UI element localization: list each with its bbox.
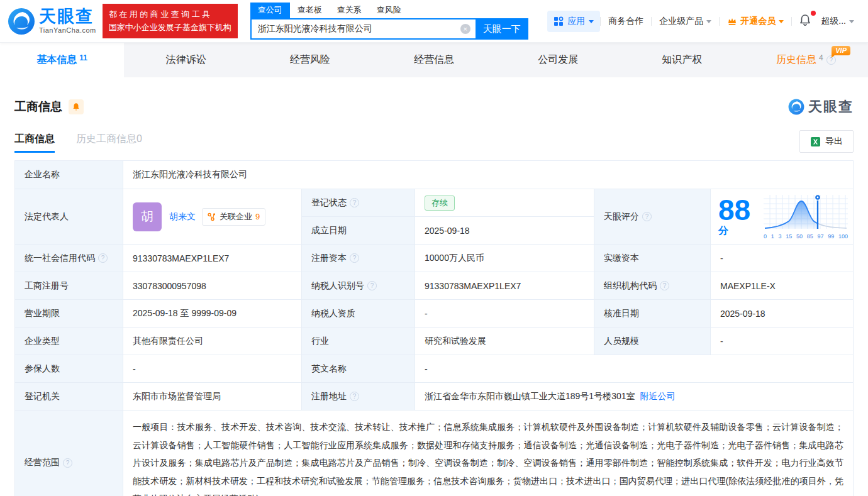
join-vip-menu[interactable]: 开通会员 <box>720 16 791 27</box>
legal-rep-avatar[interactable]: 胡 <box>133 202 162 231</box>
help-icon[interactable]: ? <box>350 253 359 263</box>
tab-company-development-label: 公司发展 <box>538 53 578 67</box>
bell-curve-chart <box>764 194 848 233</box>
business-scope-value: 一般项目：技术服务、技术开发、技术咨询、技术交流、技术转让、技术推广；信息系统集… <box>123 411 853 496</box>
reg-authority-label: 登记机关 <box>15 383 123 410</box>
legal-rep-label: 法定代表人 <box>15 189 123 244</box>
nearby-companies-link[interactable]: 附近公司 <box>640 391 676 402</box>
join-vip-label: 开通会员 <box>740 16 776 27</box>
caret-down-icon <box>706 20 711 23</box>
status-badge: 存续 <box>425 196 455 211</box>
approval-date-label: 核准日期 <box>594 300 711 327</box>
table-row-reg-number: 工商注册号 330783000957098 纳税人识别号 ? 91330783M… <box>15 272 853 300</box>
excel-icon <box>810 136 821 147</box>
taxpayer-quality-value: - <box>415 300 594 327</box>
org-code-value: MAEXP1LE-X <box>711 272 853 299</box>
notification-dot <box>811 11 816 16</box>
watermark-text: 天眼查 <box>808 97 854 116</box>
tab-history-info[interactable]: 历史信息 4 ? VIP <box>744 43 868 77</box>
help-icon[interactable]: ? <box>660 281 669 290</box>
score-unit: 分 <box>718 225 728 236</box>
help-icon[interactable]: ? <box>98 253 108 263</box>
taxpayer-id-label-cell: 纳税人识别号 ? <box>302 272 415 299</box>
tab-basic-info-label: 基本信息 <box>36 53 77 67</box>
insured-count-value: - <box>123 355 302 382</box>
tianyancha-logo[interactable]: 天眼查 TianYanCha.com <box>8 8 96 35</box>
notification-bell[interactable] <box>792 13 818 29</box>
reg-capital-label-cell: 注册资本 ? <box>302 245 415 272</box>
reg-address-text: 浙江省金华市东阳市巍山镇工业大道189号1号楼301室 <box>425 391 635 402</box>
caret-down-icon <box>779 20 784 23</box>
network-icon <box>208 212 216 221</box>
business-term-label: 营业期限 <box>15 300 123 327</box>
tab-legal-litigation-label: 法律诉讼 <box>166 53 206 67</box>
subtab-history-business-info[interactable]: 历史工商信息0 <box>76 133 142 153</box>
help-icon[interactable]: ? <box>350 392 359 401</box>
related-companies-label: 关联企业 <box>220 211 252 223</box>
business-term-value: 2025-09-18 至 9999-09-09 <box>123 300 302 327</box>
establish-date-label: 成立日期 <box>302 217 415 244</box>
help-icon[interactable]: ? <box>367 281 377 290</box>
reg-number-label: 工商注册号 <box>15 272 123 299</box>
credit-code-label-cell: 统一社会信用代码 ? <box>15 245 123 272</box>
business-coop-label: 商务合作 <box>608 16 643 27</box>
english-name-label: 英文名称 <box>302 355 415 382</box>
score-label: 天眼评分 <box>604 211 639 223</box>
legal-rep-name-link[interactable]: 胡来文 <box>169 211 196 223</box>
tab-intellectual-property[interactable]: 知识产权 <box>620 43 744 77</box>
account-menu[interactable]: 超级... <box>818 16 862 27</box>
insured-count-label: 参保人数 <box>15 355 123 382</box>
score-axis-labels: 0131550859799100 <box>764 233 848 240</box>
tab-company-development[interactable]: 公司发展 <box>496 43 620 77</box>
crown-icon <box>727 16 737 26</box>
reg-address-label-cell: 注册地址 ? <box>302 383 415 410</box>
reg-capital-label: 注册资本 <box>311 253 347 264</box>
approval-date-value: 2025-09-18 <box>711 300 853 327</box>
tianyancha-swirl-icon <box>8 8 35 35</box>
search-tab-boss[interactable]: 查老板 <box>290 3 330 19</box>
export-label: 导出 <box>825 136 843 147</box>
taxpayer-quality-label: 纳税人资质 <box>302 300 415 327</box>
table-row-legal-rep: 法定代表人 胡 胡来文 关联企业 9 登记状态 ? <box>15 189 853 245</box>
apps-label: 应用 <box>567 16 585 27</box>
slogan-line2: 国家中小企业发展子基金旗下机构 <box>109 21 231 34</box>
help-icon[interactable]: ? <box>350 198 359 207</box>
slogan-line1: 都在用的商业查询工具 <box>109 8 231 21</box>
export-button[interactable]: 导出 <box>799 130 854 153</box>
help-icon[interactable]: ? <box>642 212 652 221</box>
top-header: 天眼查 TianYanCha.com 都在用的商业查询工具 国家中小企业发展子基… <box>0 0 868 43</box>
tab-history-info-count: 4 <box>819 53 823 62</box>
caret-down-icon <box>849 20 854 23</box>
tab-operation-risk[interactable]: 经营风险 <box>248 43 372 77</box>
enterprise-product-menu[interactable]: 企业级产品 <box>652 16 719 27</box>
industry-label: 行业 <box>302 328 415 355</box>
tab-operation-info[interactable]: 经营信息 <box>372 43 496 77</box>
table-row-company-name: 企业名称 浙江东阳光液冷科技有限公司 <box>15 161 853 189</box>
taxpayer-id-label: 纳税人识别号 <box>311 280 364 292</box>
apps-menu[interactable]: 应用 <box>547 11 600 32</box>
company-nav-tabs: 基本信息 11 法律诉讼 经营风险 经营信息 公司发展 知识产权 历史信息 4 … <box>0 43 868 77</box>
reg-address-value: 浙江省金华市东阳市巍山镇工业大道189号1号楼301室 附近公司 <box>415 383 853 410</box>
tab-operation-info-label: 经营信息 <box>414 53 454 67</box>
clear-icon[interactable]: × <box>460 24 470 34</box>
caret-down-icon <box>589 20 594 23</box>
table-row-reg-authority: 登记机关 东阳市市场监督管理局 注册地址 ? 浙江省金华市东阳市巍山镇工业大道1… <box>15 383 853 411</box>
reg-status-value: 存续 <box>415 189 594 216</box>
tab-legal-litigation[interactable]: 法律诉讼 <box>124 43 248 77</box>
company-name-label: 企业名称 <box>15 161 123 189</box>
business-scope-label-cell: 经营范围 ? <box>15 411 123 496</box>
business-coop-link[interactable]: 商务合作 <box>601 16 651 27</box>
search-tab-risk[interactable]: 查风险 <box>369 3 409 19</box>
tab-basic-info[interactable]: 基本信息 11 <box>0 43 124 77</box>
subtab-business-info[interactable]: 工商信息 <box>14 133 55 153</box>
reg-status-label: 登记状态 <box>311 197 347 209</box>
search-tab-company[interactable]: 查公司 <box>250 3 290 19</box>
company-type-label: 企业类型 <box>15 328 123 355</box>
related-companies-badge[interactable]: 关联企业 9 <box>202 208 265 226</box>
monitor-bell-button[interactable] <box>69 99 84 114</box>
search-input[interactable] <box>250 18 476 40</box>
score-value-cell[interactable]: 88分 <box>711 189 853 244</box>
search-tab-relation[interactable]: 查关系 <box>330 3 369 19</box>
help-icon[interactable]: ? <box>63 458 72 468</box>
search-button[interactable]: 天眼一下 <box>476 18 528 40</box>
